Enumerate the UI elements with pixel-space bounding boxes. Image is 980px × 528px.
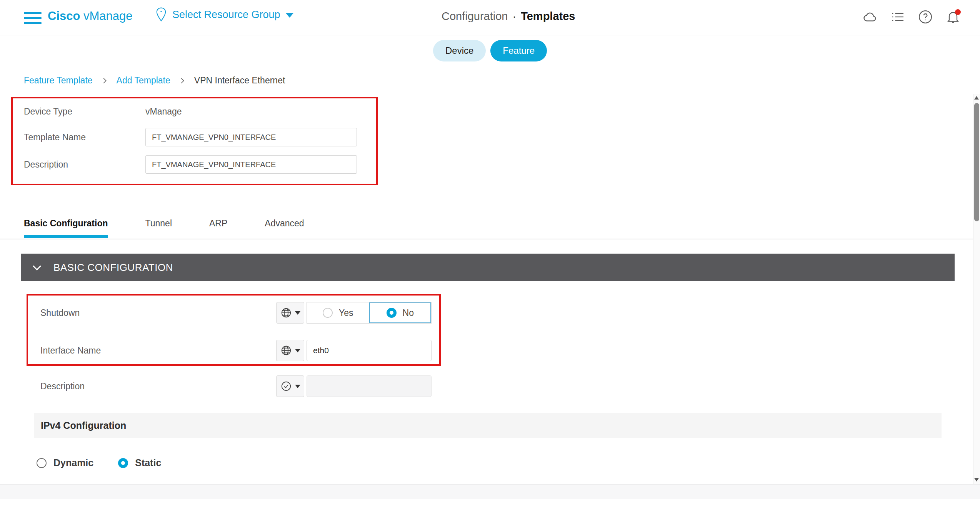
header-icon-group (862, 8, 962, 25)
device-toggle-button[interactable]: Device (433, 40, 486, 61)
tab-advanced[interactable]: Advanced (265, 218, 304, 238)
interface-name-controls (276, 340, 432, 361)
interface-name-scope-dropdown[interactable] (276, 340, 304, 361)
tab-basic-configuration[interactable]: Basic Configuration (24, 218, 108, 238)
chevron-right-icon (178, 76, 187, 85)
shutdown-controls: Yes No (276, 302, 432, 324)
shutdown-yes-label: Yes (339, 308, 353, 318)
content-footer-band (0, 484, 980, 499)
ipv4-mode-radio-group: Dynamic Static (37, 457, 161, 468)
ipv4-option-static[interactable]: Static (118, 457, 161, 468)
tab-arp[interactable]: ARP (209, 218, 227, 238)
description-input[interactable] (307, 375, 432, 397)
template-name-input[interactable] (145, 128, 357, 146)
shutdown-scope-dropdown[interactable] (276, 302, 304, 324)
description-field-row: Description (0, 375, 980, 397)
description-scope-dropdown[interactable] (276, 375, 304, 397)
ipv4-option-dynamic[interactable]: Dynamic (37, 457, 93, 468)
radio-dynamic[interactable] (37, 458, 47, 468)
scrollbar-down-arrow-icon[interactable] (974, 478, 979, 482)
radio-no[interactable] (387, 308, 397, 318)
bell-icon[interactable] (945, 8, 962, 25)
caret-down-icon (295, 311, 300, 315)
globe-icon (280, 345, 292, 356)
breadcrumb-current: VPN Interface Ethernet (194, 75, 285, 86)
template-description-label: Description (24, 159, 145, 170)
brand-bold: Cisco (48, 9, 80, 23)
radio-yes[interactable] (323, 308, 333, 318)
globe-icon (280, 307, 292, 319)
radio-static[interactable] (118, 458, 128, 468)
chevron-down-icon (286, 13, 293, 18)
page-title-right: Templates (521, 10, 575, 22)
shutdown-option-yes[interactable]: Yes (307, 302, 369, 323)
page-title: Configuration·Templates (442, 10, 575, 23)
interface-name-label: Interface Name (40, 345, 101, 356)
basic-configuration-section-header[interactable]: BASIC CONFIGURATION (21, 254, 955, 281)
tabs-divider (0, 239, 980, 239)
template-description-input[interactable] (145, 155, 357, 174)
shutdown-option-no[interactable]: No (369, 302, 432, 323)
top-header: Cisco vManage Select Resource Group Conf… (0, 0, 980, 35)
footer: Cancel Save (0, 499, 980, 528)
caret-down-icon (295, 385, 300, 388)
interface-name-input[interactable] (307, 340, 432, 361)
tab-tunnel[interactable]: Tunnel (145, 218, 172, 238)
menu-icon[interactable] (24, 12, 42, 24)
location-pin-icon (155, 7, 167, 22)
template-name-row: Template Name (24, 128, 357, 146)
help-icon[interactable] (917, 8, 934, 25)
description-controls (276, 375, 432, 397)
task-list-icon[interactable] (889, 8, 906, 25)
template-description-row: Description (24, 155, 357, 174)
vmanage-templates-page: Cisco vManage Select Resource Group Conf… (0, 0, 980, 528)
device-type-row: Device Type vManage (24, 103, 182, 120)
mode-toggle: Device Feature (433, 40, 547, 61)
device-type-value: vManage (145, 106, 182, 117)
shutdown-label: Shutdown (40, 308, 80, 318)
vertical-scrollbar-thumb[interactable] (974, 103, 979, 221)
resource-group-selector[interactable]: Select Resource Group (155, 7, 293, 22)
chevron-down-icon (30, 261, 43, 274)
resource-group-label: Select Resource Group (172, 9, 280, 21)
brand-logo: Cisco vManage (48, 9, 133, 23)
scrollbar-up-arrow-icon[interactable] (974, 96, 979, 100)
dynamic-label: Dynamic (53, 457, 93, 468)
breadcrumb-feature-template[interactable]: Feature Template (24, 75, 93, 86)
brand-regular: vManage (83, 9, 133, 23)
breadcrumb: Feature Template Add Template VPN Interf… (24, 75, 285, 86)
shutdown-field-row: Shutdown Yes No (0, 302, 980, 324)
interface-name-field-row: Interface Name (0, 340, 980, 361)
section-title: BASIC CONFIGURATION (53, 262, 173, 274)
shutdown-no-label: No (403, 308, 414, 318)
caret-down-icon (295, 349, 300, 352)
description-label: Description (40, 381, 85, 392)
check-circle-icon (280, 380, 292, 392)
ipv4-configuration-title: IPv4 Configuration (41, 420, 126, 431)
shutdown-segmented-control: Yes No (307, 302, 432, 324)
mode-toggle-bar: Device Feature (0, 36, 980, 66)
ipv4-configuration-header: IPv4 Configuration (34, 413, 942, 438)
device-type-label: Device Type (24, 106, 145, 117)
page-title-separator: · (513, 10, 517, 22)
chevron-right-icon (100, 76, 109, 85)
notification-dot (955, 9, 961, 15)
cloud-icon[interactable] (862, 8, 878, 25)
breadcrumb-add-template[interactable]: Add Template (117, 75, 170, 86)
static-label: Static (135, 457, 161, 468)
template-name-label: Template Name (24, 132, 145, 143)
tab-bar: Basic Configuration Tunnel ARP Advanced (24, 218, 304, 238)
feature-toggle-button[interactable]: Feature (490, 40, 547, 61)
page-title-left: Configuration (442, 10, 508, 22)
